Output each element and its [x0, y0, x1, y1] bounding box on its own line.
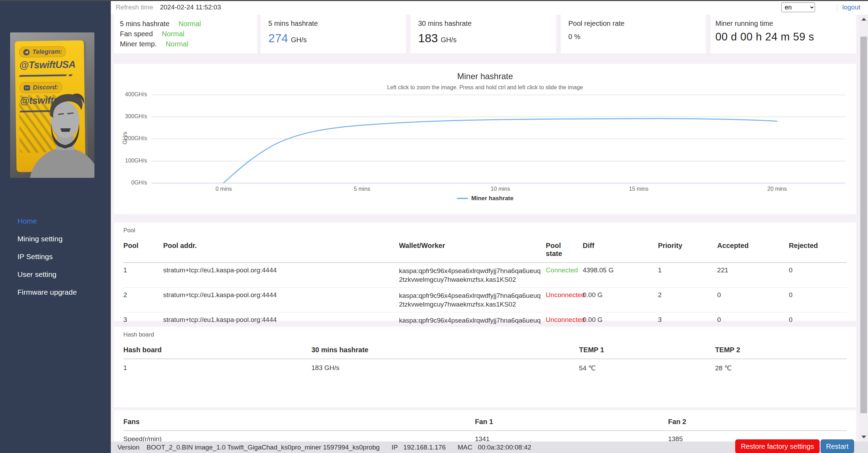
pool-cell-state: Connected [546, 266, 583, 284]
card-title: Miner running time [715, 20, 773, 28]
sidebar: Telegram: @TswiftUSA Discord: @tswiftz [0, 0, 111, 453]
pool-cell-priority: 1 [658, 266, 717, 284]
col-header-pool-addr: Pool addr. [163, 242, 399, 258]
status-label: 5 mins hashrate [120, 20, 169, 28]
refresh-time-value: 2024-02-24 11:52:03 [160, 3, 221, 11]
rejection-rate-card: Pool rejection rate 0 % [561, 15, 706, 53]
pool-cell-state: Unconnected [546, 291, 583, 309]
footer-bar: VersionBOOT_2_0.BIN image_1.0 Tswift_Gig… [111, 441, 868, 453]
status-label: Miner temp. [120, 40, 157, 48]
telegram-icon [23, 48, 30, 55]
col-header-fan1: Fan 1 [475, 418, 668, 426]
hashboard-section-label: Hash board [123, 327, 847, 338]
status-row: Fan speedNormal [120, 29, 257, 39]
running-time-value: 00 d 00 h 24 m 59 s [715, 31, 814, 43]
col-header-fan2: Fan 2 [668, 418, 847, 426]
hashboard-cell-hashrate: 183 GH/s [312, 364, 579, 372]
pool-cell-addr: stratum+tcp://eu1.kaspa-pool.org:4444 [163, 291, 399, 309]
col-header-hash-board: Hash board [123, 346, 312, 354]
status-card: 5 mins hashrateNormal Fan speedNormal Mi… [114, 15, 257, 53]
hashrate-30min-card: 30 mins hashrate 183GH/s [410, 15, 556, 53]
status-value: Normal [166, 40, 188, 48]
pool-section: Pool Pool Pool addr. Wallet/Worker Pool … [114, 222, 856, 321]
pool-cell-rejected: 0 [789, 291, 847, 309]
hashrate-series-line [114, 64, 856, 214]
scroll-down-icon [861, 436, 866, 438]
pool-cell-rejected: 0 [789, 266, 847, 284]
fans-table-header: Fans Fan 1 Fan 2 [123, 416, 847, 431]
hashboard-table: Hash board 30 mins hashrate TEMP 1 TEMP … [123, 344, 847, 377]
hashboard-cell-index: 1 [123, 364, 312, 372]
status-value: Normal [162, 30, 184, 38]
ip-label: IP [392, 444, 398, 451]
hashboard-cell-temp1: 54 ℃ [579, 364, 715, 372]
mac-value: 00:0a:32:00:08:42 [478, 444, 531, 451]
card-title: 5 mins hashrate [268, 20, 318, 28]
legend-label: Miner hashrate [471, 195, 514, 202]
restart-button[interactable]: Restart [821, 439, 854, 453]
col-header-accepted: Accepted [717, 242, 789, 258]
sidebar-item-firmware-upgrade[interactable]: Firmware upgrade [0, 283, 111, 301]
pool-table: Pool Pool addr. Wallet/Worker Pool state… [123, 240, 847, 337]
col-header-diff: Diff [583, 242, 658, 258]
sidebar-item-mining-setting[interactable]: Mining setting [0, 230, 111, 248]
divider [19, 74, 67, 77]
status-row: 5 mins hashrateNormal [120, 19, 257, 29]
pool-cell-index: 2 [123, 291, 163, 309]
restore-factory-settings-button[interactable]: Restore factory settings [735, 439, 820, 453]
legend-line-marker [457, 198, 468, 199]
hashboard-section: Hash board Hash board 30 mins hashrate T… [114, 327, 856, 407]
pool-cell-diff: 0.00 G [583, 291, 658, 309]
hashrate-30min-value: 183 [418, 31, 438, 45]
col-header-priority: Priority [658, 242, 717, 258]
hashrate-5min-value: 274 [268, 31, 288, 45]
running-time-card: Miner running time 00 d 00 h 24 m 59 s [710, 15, 856, 53]
sidebar-menu: Home Mining setting IP Settings User set… [0, 212, 111, 301]
chart-legend[interactable]: Miner hashrate [114, 195, 856, 202]
col-header-temp2: TEMP 2 [715, 346, 847, 354]
window-top-edge [0, 0, 868, 1]
telegram-badge: Telegram: [19, 46, 66, 58]
version-value: BOOT_2_0.BIN image_1.0 Tswift_GigaChad_k… [146, 444, 379, 451]
sidebar-item-home[interactable]: Home [0, 212, 111, 230]
scroll-up-button[interactable] [859, 15, 868, 24]
hashboard-table-header: Hash board 30 mins hashrate TEMP 1 TEMP … [123, 344, 847, 359]
pool-cell-index: 1 [123, 266, 163, 284]
topbar: Refresh time 2024-02-24 11:52:03 en logo… [111, 0, 868, 15]
card-title: Pool rejection rate [568, 20, 624, 28]
pool-cell-wallet: kaspa:qpfr9c96x4psea6xlrqwdfyjj7hna6qa6u… [399, 291, 546, 309]
pool-row: 2 stratum+tcp://eu1.kaspa-pool.org:4444 … [123, 288, 847, 312]
sidebar-item-user-setting[interactable]: User setting [0, 265, 111, 283]
pool-row: 1 stratum+tcp://eu1.kaspa-pool.org:4444 … [123, 263, 847, 288]
col-header-temp1: TEMP 1 [579, 346, 715, 354]
pool-table-header: Pool Pool addr. Wallet/Worker Pool state… [123, 240, 847, 263]
status-value: Normal [178, 20, 201, 28]
vertical-scrollbar[interactable] [859, 15, 868, 441]
pool-cell-accepted: 0 [717, 291, 789, 309]
refresh-time-label: Refresh time [116, 3, 153, 11]
gigachad-promo-image: Telegram: @TswiftUSA Discord: @tswiftz [10, 32, 94, 178]
sidebar-item-ip-settings[interactable]: IP Settings [0, 248, 111, 265]
card-title: 30 mins hashrate [418, 20, 471, 28]
col-header-pool: Pool [123, 242, 163, 258]
hashboard-row: 1 183 GH/s 54 ℃ 28 ℃ [123, 359, 847, 377]
hashboard-cell-temp2: 28 ℃ [715, 364, 847, 372]
refresh-time: Refresh time 2024-02-24 11:52:03 [116, 3, 221, 11]
language-select[interactable]: en [781, 2, 815, 12]
col-header-rejected: Rejected [789, 242, 847, 258]
scrollbar-thumb[interactable] [860, 37, 867, 413]
pool-cell-diff: 4398.05 G [583, 266, 658, 284]
fans-section: Fans Fan 1 Fan 2 Speed(r/min) 1341 1385 [114, 410, 856, 441]
scroll-down-button[interactable] [859, 432, 868, 441]
logout-link[interactable]: logout [837, 3, 860, 11]
rejection-rate-value: 0 % [568, 33, 580, 41]
telegram-label: Telegram: [32, 48, 62, 56]
col-header-pool-state: Pool state [546, 242, 583, 258]
mac-label: MAC [458, 444, 472, 451]
col-header-30min-hashrate: 30 mins hashrate [312, 346, 579, 354]
ip-value: 192.168.1.176 [404, 444, 446, 451]
version-label: Version [117, 444, 139, 451]
miner-dashboard: Telegram: @TswiftUSA Discord: @tswiftz [0, 0, 868, 453]
hashrate-chart[interactable]: Miner hashrate Left click to zoom the im… [114, 64, 856, 214]
hashrate-5min-card: 5 mins hashrate 274GH/s [261, 15, 406, 53]
